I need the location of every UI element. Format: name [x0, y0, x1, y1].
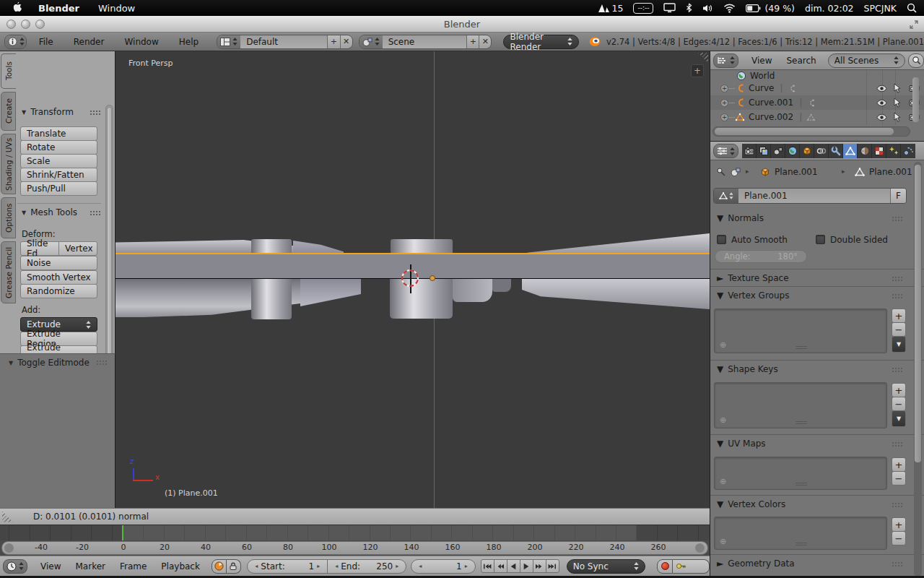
angle-slider-disabled[interactable]: Angle: 180°: [715, 250, 807, 263]
panel-header-vertex-colors[interactable]: ▼ Vertex Colors: [717, 499, 785, 509]
tab-object-data[interactable]: [843, 144, 858, 158]
outliner-row-curve-001[interactable]: + Curve.001 |: [710, 95, 924, 110]
timeline-menu-view[interactable]: View: [33, 561, 68, 571]
uv-maps-list[interactable]: ⊕: [714, 457, 887, 490]
auto-keyframe-record-button[interactable]: [657, 559, 673, 574]
pin-icon[interactable]: [716, 167, 726, 177]
add-scene-button[interactable]: +: [466, 35, 479, 49]
shape-key-remove-button[interactable]: −: [892, 397, 906, 411]
breadcrumb-object-name[interactable]: Plane.001: [775, 167, 818, 177]
noise-button[interactable]: Noise: [20, 256, 97, 270]
spotlight-search-icon[interactable]: [907, 3, 917, 13]
menu-help[interactable]: Help: [173, 37, 205, 47]
visibility-eye-icon[interactable]: [876, 99, 887, 107]
panel-header-texture-space[interactable]: ► Texture Space: [717, 273, 789, 283]
window-titlebar[interactable]: Blender: [0, 16, 924, 33]
menu-window[interactable]: Window: [118, 37, 165, 47]
editor-type-dropdown-info[interactable]: [4, 35, 27, 49]
outliner-h-scrollbar[interactable]: [712, 126, 910, 137]
toolshelf-tab-grease-pencil[interactable]: Grease Pencil: [1, 241, 16, 303]
use-preview-range-button[interactable]: [212, 559, 227, 574]
breadcrumb-scene-icon[interactable]: [731, 167, 741, 177]
tab-render-layers[interactable]: [757, 144, 771, 158]
scale-button[interactable]: Scale: [20, 154, 97, 168]
outliner-h-scrollbar-thumb[interactable]: [715, 128, 894, 135]
breadcrumb-data-name[interactable]: Plane.001: [869, 167, 912, 177]
datablock-name-field[interactable]: Plane.001: [738, 189, 890, 203]
shape-key-specials-dropdown[interactable]: ▼: [892, 410, 906, 427]
panel-grip-icon[interactable]: [892, 367, 902, 372]
auto-smooth-checkbox[interactable]: [717, 235, 726, 244]
shape-keys-list[interactable]: ⊕: [714, 382, 887, 428]
panel-header-mesh-tools[interactable]: ▼ Mesh Tools: [22, 207, 77, 217]
vertex-color-remove-button[interactable]: −: [892, 531, 906, 545]
timeline-horizontal-scrollbar[interactable]: [1, 541, 708, 555]
list-resize-grip[interactable]: [796, 483, 807, 486]
panel-grip-icon[interactable]: [96, 360, 107, 365]
panel-header-geometry-data[interactable]: ► Geometry Data: [717, 558, 795, 569]
panel-grip-icon[interactable]: [892, 441, 902, 447]
smooth-vertex-button[interactable]: Smooth Vertex: [20, 270, 97, 285]
outliner-search-button[interactable]: [908, 53, 924, 68]
input-source-menu[interactable]: SPCJNK: [864, 3, 897, 14]
current-frame-line[interactable]: [122, 525, 123, 540]
visibility-eye-icon[interactable]: [876, 113, 887, 121]
panel-header-shape-keys[interactable]: ▼ Shape Keys: [717, 364, 778, 374]
timeline-menu-frame[interactable]: Frame: [113, 561, 154, 571]
layout-name-field[interactable]: Default: [240, 35, 327, 48]
play-reverse-button[interactable]: [507, 559, 520, 573]
expand-icon[interactable]: +: [720, 85, 728, 92]
play-button[interactable]: [520, 559, 533, 573]
outliner-row-curve[interactable]: + Curve |: [710, 81, 924, 95]
tab-physics[interactable]: [901, 144, 915, 158]
slide-vertex-button[interactable]: Vertex: [58, 241, 97, 256]
selectability-cursor-icon[interactable]: [893, 98, 902, 108]
lock-time-button[interactable]: [227, 559, 242, 574]
scene-dropdown[interactable]: [359, 35, 383, 48]
panel-header-vertex-groups[interactable]: ▼ Vertex Groups: [717, 290, 789, 301]
push-pull-button[interactable]: Push/Pull: [20, 181, 97, 196]
outliner-menu-view[interactable]: View: [744, 56, 779, 66]
next-keyframe-button[interactable]: [533, 559, 546, 573]
editor-type-dropdown-timeline[interactable]: [3, 559, 27, 574]
outliner-row-curve-002[interactable]: + Curve.002 |: [710, 110, 924, 124]
timeline-scrubber-row[interactable]: -40 -20 0 20 40 60 80 100 120 140 160 18…: [0, 540, 710, 556]
delete-layout-button[interactable]: ✕: [340, 35, 352, 49]
tab-particles[interactable]: [886, 144, 901, 158]
selectability-cursor-icon[interactable]: [893, 112, 902, 122]
menu-file[interactable]: File: [32, 37, 60, 47]
datablock-type-dropdown[interactable]: [714, 189, 738, 203]
end-frame-slider[interactable]: ◂End: 250▸: [327, 559, 406, 574]
scene-name-field[interactable]: Scene: [383, 35, 467, 48]
selectability-cursor-icon[interactable]: [893, 83, 902, 93]
battery-status[interactable]: (49 %): [746, 3, 795, 14]
tab-render[interactable]: [742, 144, 757, 158]
vertex-group-specials-dropdown[interactable]: ▼: [892, 336, 906, 353]
extrude-individual-button[interactable]: Extrude Individual: [20, 345, 97, 353]
sync-mode-dropdown[interactable]: No Sync: [567, 559, 646, 574]
bluetooth-icon[interactable]: [686, 3, 692, 13]
list-resize-grip[interactable]: [796, 543, 807, 545]
toolshelf-tab-shading-uvs[interactable]: Shading / UVs: [1, 134, 16, 194]
jump-to-end-button[interactable]: [546, 559, 559, 573]
outliner-v-scrollbar-thumb[interactable]: [912, 77, 919, 122]
list-resize-grip[interactable]: [796, 346, 807, 349]
shrink-fatten-button[interactable]: Shrink/Fatten: [20, 168, 97, 182]
fake-user-button[interactable]: F: [890, 189, 906, 203]
vertex-groups-list[interactable]: ⊕: [714, 309, 887, 353]
visibility-eye-icon[interactable]: [876, 85, 887, 92]
timer-widget[interactable]: --:--: [633, 3, 653, 14]
vertex-colors-list[interactable]: ⊕: [714, 517, 887, 550]
status-badge-app[interactable]: 15: [598, 3, 624, 14]
scrollbar-left-cap[interactable]: [4, 543, 14, 553]
expand-icon[interactable]: +: [720, 99, 728, 107]
shape-key-add-button[interactable]: +: [892, 383, 906, 397]
properties-scrollbar[interactable]: [914, 162, 922, 577]
expand-icon[interactable]: +: [720, 113, 728, 121]
translate-button[interactable]: Translate: [20, 126, 97, 141]
tab-constraints[interactable]: [814, 144, 829, 158]
region-separator-vertical[interactable]: [710, 51, 710, 578]
scrollbar-right-cap[interactable]: [695, 543, 705, 553]
menu-render[interactable]: Render: [67, 37, 111, 47]
render-engine-dropdown[interactable]: Blender Render: [503, 35, 579, 49]
